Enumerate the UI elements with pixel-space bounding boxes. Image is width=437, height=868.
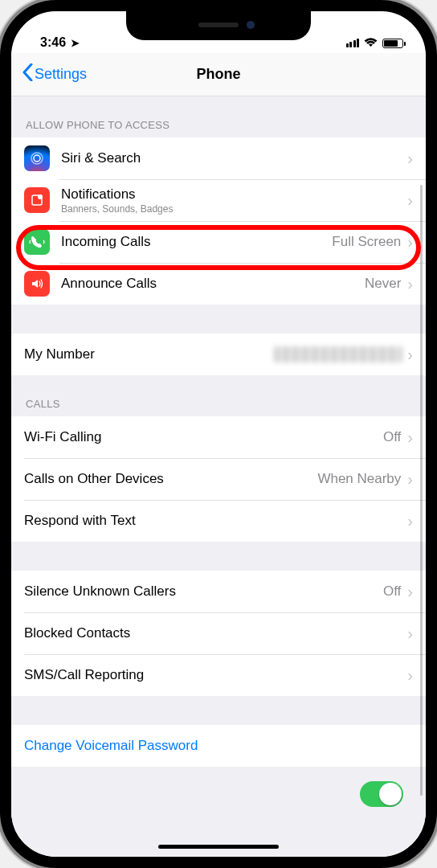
battery-icon xyxy=(382,39,403,48)
chevron-right-icon: › xyxy=(407,470,413,489)
group-voicemail: Change Voicemail Password xyxy=(11,725,426,767)
back-button[interactable]: Settings xyxy=(22,63,87,86)
row-notifications[interactable]: Notifications Banners, Sounds, Badges › xyxy=(11,179,426,221)
phone-icon xyxy=(24,229,50,255)
row-label: Notifications xyxy=(61,186,407,203)
status-right xyxy=(346,36,404,50)
group-block: Silence Unknown Callers Off › Blocked Co… xyxy=(11,571,426,696)
toggle-switch-peek[interactable] xyxy=(360,781,403,807)
row-siri-search[interactable]: Siri & Search › xyxy=(11,137,426,179)
section-header-access: ALLOW PHONE TO ACCESS xyxy=(11,96,426,137)
row-label: Siri & Search xyxy=(61,150,407,166)
row-label: My Number xyxy=(24,346,274,362)
row-announce-calls[interactable]: Announce Calls Never › xyxy=(11,263,426,305)
row-label: Calls on Other Devices xyxy=(24,471,317,487)
back-label: Settings xyxy=(35,66,87,83)
notifications-icon xyxy=(24,187,50,213)
row-silence-unknown[interactable]: Silence Unknown Callers Off › xyxy=(11,571,426,612)
row-label: Wi-Fi Calling xyxy=(24,429,383,445)
chevron-right-icon: › xyxy=(407,275,413,293)
chevron-right-icon: › xyxy=(407,191,413,210)
chevron-right-icon: › xyxy=(407,346,413,364)
wifi-icon xyxy=(364,36,378,50)
cellular-signal-icon xyxy=(346,39,360,47)
row-label: SMS/Call Reporting xyxy=(24,667,407,683)
row-value: Never xyxy=(365,276,401,292)
row-value: Off xyxy=(383,429,401,445)
row-value: When Nearby xyxy=(317,471,401,487)
row-other-devices[interactable]: Calls on Other Devices When Nearby › xyxy=(11,458,426,500)
row-label: Silence Unknown Callers xyxy=(24,583,383,600)
row-label: Announce Calls xyxy=(61,276,365,292)
page-title: Phone xyxy=(196,66,240,83)
row-incoming-calls[interactable]: Incoming Calls Full Screen › xyxy=(11,221,426,263)
row-value: Full Screen xyxy=(332,234,401,250)
chevron-left-icon xyxy=(22,63,33,86)
row-label: Respond with Text xyxy=(24,513,407,529)
content-scroll[interactable]: ALLOW PHONE TO ACCESS Siri & Search › No… xyxy=(11,96,426,857)
svg-point-0 xyxy=(31,153,43,164)
speaker-slit xyxy=(198,23,239,27)
row-subtitle: Banners, Sounds, Badges xyxy=(61,203,407,215)
row-sms-reporting[interactable]: SMS/Call Reporting › xyxy=(11,654,426,696)
speaker-icon xyxy=(24,271,50,297)
svg-point-3 xyxy=(38,194,43,199)
row-my-number[interactable]: My Number › xyxy=(11,334,426,375)
screen: 3:46 ➤ Settings Phone xyxy=(11,11,426,857)
status-left: 3:46 ➤ xyxy=(40,35,80,50)
notch xyxy=(126,11,311,40)
chevron-right-icon: › xyxy=(407,624,413,643)
chevron-right-icon: › xyxy=(407,149,413,168)
siri-icon xyxy=(24,145,50,171)
row-blocked-contacts[interactable]: Blocked Contacts › xyxy=(11,612,426,654)
section-header-calls: CALLS xyxy=(11,375,426,416)
group-access: Siri & Search › Notifications Banners, S… xyxy=(11,137,426,305)
location-icon: ➤ xyxy=(71,37,80,49)
row-change-voicemail[interactable]: Change Voicemail Password xyxy=(11,725,426,767)
scrollbar[interactable] xyxy=(420,185,423,796)
chevron-right-icon: › xyxy=(407,428,413,447)
svg-point-1 xyxy=(34,155,40,162)
row-label: Incoming Calls xyxy=(61,234,332,250)
device-frame: 3:46 ➤ Settings Phone xyxy=(0,0,437,868)
chevron-right-icon: › xyxy=(407,233,413,252)
phone-number-redacted xyxy=(274,346,402,362)
row-label: Blocked Contacts xyxy=(24,625,407,641)
chevron-right-icon: › xyxy=(407,512,413,530)
row-respond-text[interactable]: Respond with Text › xyxy=(11,500,426,542)
front-camera xyxy=(247,21,255,29)
chevron-right-icon: › xyxy=(407,666,413,685)
row-value: Off xyxy=(383,583,401,600)
row-wifi-calling[interactable]: Wi-Fi Calling Off › xyxy=(11,416,426,458)
chevron-right-icon: › xyxy=(407,583,413,601)
group-my-number: My Number › xyxy=(11,334,426,375)
row-label: Change Voicemail Password xyxy=(24,738,413,754)
status-time: 3:46 xyxy=(40,35,66,50)
group-calls: Wi-Fi Calling Off › Calls on Other Devic… xyxy=(11,416,426,542)
nav-bar: Settings Phone xyxy=(11,53,426,96)
home-indicator[interactable] xyxy=(158,845,279,849)
